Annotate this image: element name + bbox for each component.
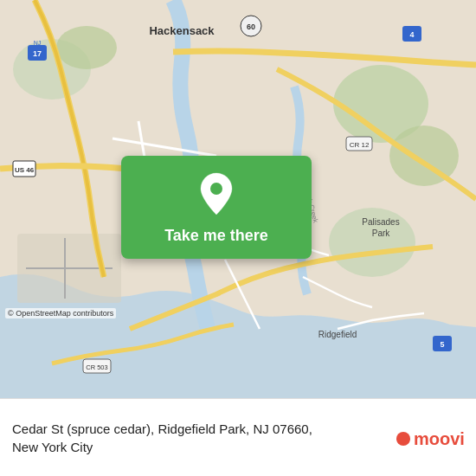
svg-text:17: 17 (33, 49, 42, 58)
moovit-logo-svg: moovit (395, 421, 464, 454)
svg-text:NJ: NJ (34, 40, 42, 46)
location-pin-icon (197, 171, 235, 216)
svg-point-2 (56, 26, 117, 69)
address-text: Cedar St (spruce cedar), Ridgefield Park… (12, 420, 395, 456)
map-area: 17 NJ 60 4 US 46 CR 12 CR 503 5 Hackensa… (0, 0, 476, 398)
svg-text:5: 5 (440, 340, 444, 349)
button-label: Take me there (147, 223, 286, 259)
svg-point-32 (210, 183, 222, 195)
svg-text:Palisades: Palisades (362, 217, 399, 227)
svg-text:CR 12: CR 12 (350, 141, 370, 149)
address-info: Cedar St (spruce cedar), Ridgefield Park… (12, 420, 395, 456)
svg-text:Park: Park (372, 228, 391, 238)
take-me-there-button[interactable]: Take me there (121, 156, 312, 259)
svg-text:CR 503: CR 503 (86, 363, 107, 371)
moovit-logo: moovit (395, 421, 464, 454)
bottom-info-bar: Cedar St (spruce cedar), Ridgefield Park… (0, 398, 476, 476)
svg-text:moovit: moovit (414, 429, 464, 448)
svg-text:4: 4 (409, 30, 414, 39)
svg-text:Hackensack: Hackensack (149, 24, 215, 37)
svg-text:60: 60 (247, 23, 255, 31)
map-attribution: © OpenStreetMap contributors (5, 308, 116, 318)
button-icon-area (180, 156, 253, 223)
svg-text:Ridgefield: Ridgefield (318, 330, 357, 339)
svg-point-33 (396, 432, 410, 446)
svg-text:US 46: US 46 (15, 166, 35, 174)
